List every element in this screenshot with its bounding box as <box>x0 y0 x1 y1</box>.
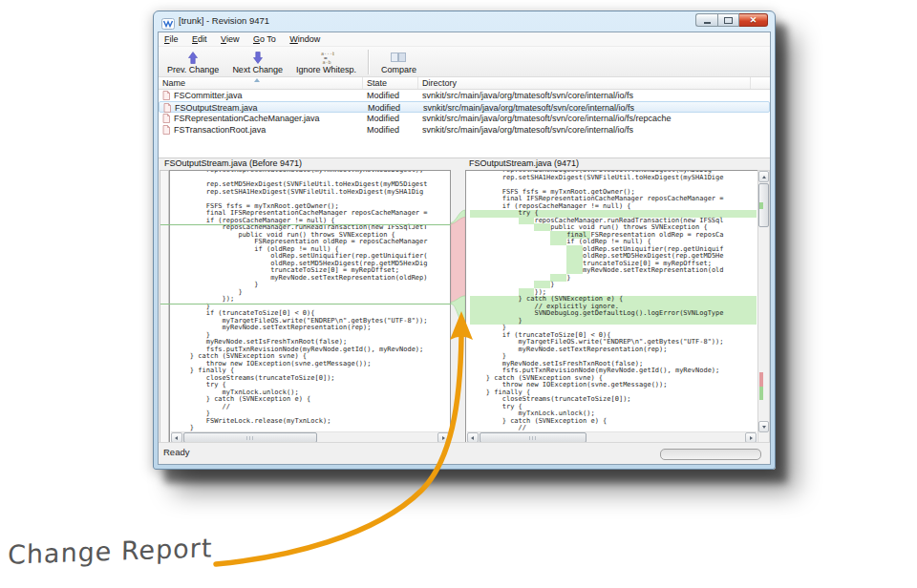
status-text: Ready <box>163 447 189 457</box>
arrow-down-icon <box>251 50 265 65</box>
screenshot-canvas: [trunk] - Revision 9471 ✕ File Edit View… <box>0 0 917 588</box>
toolbar-separator <box>368 50 370 74</box>
file-name: FSTransactionRoot.java <box>174 124 361 136</box>
diff-map-red-mark <box>759 372 763 387</box>
file-name: FSRepresentationCacheManager.java <box>174 113 361 124</box>
right-code-pane: rep.setMD5HexDigest(SVNFileUtil.toHexDig… <box>465 170 758 446</box>
right-vertical-scrollbar[interactable] <box>757 170 770 446</box>
diff-map-green-mark <box>759 387 763 400</box>
close-button[interactable]: ✕ <box>739 13 768 27</box>
prev-change-label: Prev. Change <box>167 65 219 74</box>
window-title: [trunk] - Revision 9471 <box>179 15 269 26</box>
annotation-change-report: Change Report <box>8 533 213 570</box>
minimize-button[interactable] <box>695 13 717 27</box>
diff-connector-gutter <box>451 170 465 446</box>
menu-file[interactable]: File <box>159 32 184 46</box>
menu-bar: File Edit View Go To Window <box>159 32 770 47</box>
file-state: Modified <box>367 124 416 136</box>
connector-changed <box>451 218 465 304</box>
next-change-label: Next Change <box>232 65 283 74</box>
compare-button[interactable]: Compare <box>374 46 423 76</box>
app-window: [trunk] - Revision 9471 ✕ File Edit View… <box>153 10 776 470</box>
right-code: rep.setMD5HexDigest(SVNFileUtil.toHexDig… <box>467 171 757 432</box>
column-header-directory[interactable]: Directory <box>418 77 751 89</box>
svg-text:a·b: a·b <box>323 59 331 65</box>
maximize-button[interactable] <box>717 13 739 27</box>
menu-window[interactable]: Window <box>284 32 326 46</box>
column-header-state[interactable]: State <box>363 77 418 89</box>
code-line: rep.setSHA1HexDigest(SVNFileUtil.toHexDi… <box>470 175 757 182</box>
file-state: Modified <box>367 90 416 101</box>
file-directory: svnkit/src/main/java/org/tmatesoft/svn/c… <box>422 90 766 101</box>
code-line: // <box>174 404 449 411</box>
diff-map-green-mark <box>759 202 763 209</box>
table-row[interactable]: FSRepresentationCacheManager.javaModifie… <box>159 113 770 124</box>
table-row[interactable]: FSCommitter.javaModifiedsvnkit/src/main/… <box>159 90 770 101</box>
file-icon <box>162 125 170 137</box>
scroll-up-button[interactable] <box>758 171 769 182</box>
code-line: rep.setSHA1HexDigest(SVNFileUtil.toHexDi… <box>174 189 449 197</box>
changed-files-table: Name State Directory FSCommitter.javaMod… <box>159 77 770 158</box>
table-row[interactable]: FSTransactionRoot.javaModifiedsvnkit/src… <box>159 124 770 136</box>
code-line: myRevNode.setTextRepresentation(rep); <box>470 346 757 354</box>
scroll-down-button[interactable] <box>758 421 769 432</box>
prev-change-button[interactable]: Prev. Change <box>160 46 225 76</box>
insertion-marker-line <box>160 224 451 225</box>
code-line: myRevNode.setTextRepresentation(rep); <box>174 325 449 332</box>
sort-arrow-icon <box>254 78 260 82</box>
window-client-area: File Edit View Go To Window Prev. Change <box>158 32 771 465</box>
status-bar: Ready <box>159 442 770 464</box>
file-table-body: FSCommitter.javaModifiedsvnkit/src/main/… <box>159 90 770 158</box>
progress-bar <box>660 449 761 460</box>
menu-view[interactable]: View <box>215 32 245 46</box>
table-row[interactable]: FSOutputStream.javaModifiedsvnkit/src/ma… <box>159 101 770 113</box>
arrow-up-icon <box>186 50 200 65</box>
file-directory: svnkit/src/main/java/org/tmatesoft/svn/c… <box>422 113 766 124</box>
column-header-name[interactable]: Name <box>159 77 363 89</box>
next-change-button[interactable]: Next Change <box>225 46 289 76</box>
left-pane-title: FSOutputStream.java (Before 9471) <box>160 157 451 170</box>
window-controls: ✕ <box>695 13 768 27</box>
compare-documents-icon <box>390 50 407 65</box>
menu-edit[interactable]: Edit <box>186 32 213 46</box>
menu-go-to[interactable]: Go To <box>247 32 282 46</box>
ignore-whitespace-label: Ignore Whitesp. <box>296 65 356 74</box>
left-code: rep.setRepresentationState(myTxnRoot.myR… <box>171 171 449 432</box>
left-pane-margin-strip <box>160 170 169 446</box>
insertion-marker-line <box>160 304 451 304</box>
file-state: Modified <box>367 113 416 124</box>
toolbar: Prev. Change Next Change a···b = a·b <box>159 47 770 77</box>
code-line: FSWriteLock.release(myTxnLock); <box>174 418 449 426</box>
right-pane-title: FSOutputStream.java (9471) <box>465 157 756 170</box>
left-code-pane: rep.setRepresentationState(myTxnRoot.myR… <box>169 170 451 446</box>
table-header: Name State Directory <box>159 77 770 90</box>
compare-label: Compare <box>381 65 416 74</box>
ignore-whitespace-button[interactable]: a···b = a·b Ignore Whitesp. <box>289 46 363 76</box>
code-line: } <box>470 318 757 326</box>
code-line: }); <box>174 296 449 304</box>
file-directory: svnkit/src/main/java/org/tmatesoft/svn/c… <box>422 124 766 136</box>
file-name: FSCommitter.java <box>174 90 361 101</box>
ignore-whitespace-icon: a···b = a·b <box>317 50 334 65</box>
code-line: rep.setRepresentationState(myTxnRoot.myR… <box>174 171 449 175</box>
